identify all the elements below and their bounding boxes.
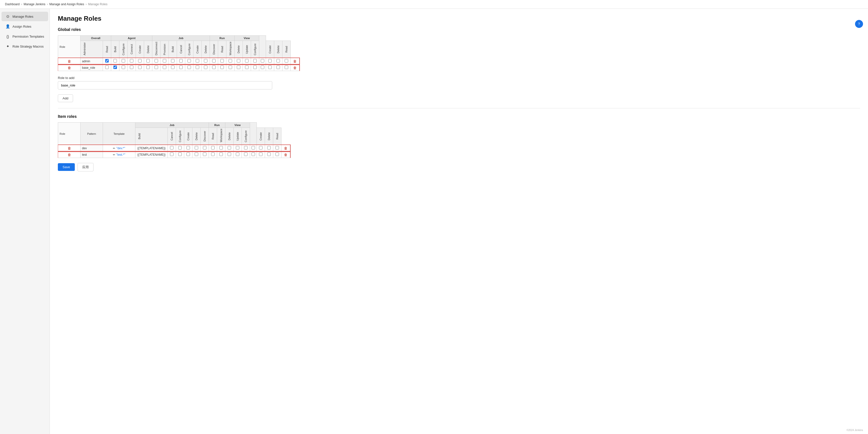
permission-checkbox[interactable] <box>196 66 199 69</box>
permission-checkbox[interactable] <box>253 59 257 63</box>
item-permission-checkbox[interactable] <box>195 153 198 156</box>
item-permission-cell <box>176 145 184 152</box>
permission-checkbox[interactable] <box>204 59 208 63</box>
item-delete-button-left[interactable]: 🗑 <box>67 146 72 150</box>
item-permission-checkbox[interactable] <box>244 146 248 149</box>
item-permission-checkbox[interactable] <box>267 153 271 156</box>
item-permission-checkbox[interactable] <box>259 146 262 149</box>
item-permission-checkbox[interactable] <box>267 146 271 149</box>
permission-checkbox[interactable] <box>276 59 280 63</box>
sidebar-item-assign-roles[interactable]: 👤 Assign Roles <box>1 22 48 31</box>
item-permission-checkbox[interactable] <box>211 146 215 149</box>
permission-checkbox[interactable] <box>105 66 109 69</box>
role-to-add-input[interactable] <box>58 81 272 90</box>
add-button[interactable]: Add <box>58 94 73 102</box>
sidebar-item-permission-templates[interactable]: {} Permission Templates <box>1 32 48 41</box>
item-permission-checkbox[interactable] <box>203 146 207 149</box>
permission-checkbox[interactable] <box>179 66 183 69</box>
permission-checkbox[interactable] <box>276 66 280 69</box>
permission-checkbox[interactable] <box>245 59 249 63</box>
item-permission-checkbox[interactable] <box>219 146 223 149</box>
permission-checkbox[interactable] <box>163 59 166 63</box>
item-permission-checkbox[interactable] <box>203 153 207 156</box>
permission-checkbox[interactable] <box>155 59 158 63</box>
item-permission-checkbox[interactable] <box>227 153 231 156</box>
permission-checkbox[interactable] <box>237 66 240 69</box>
permission-checkbox[interactable] <box>220 66 224 69</box>
breadcrumb-manage-jenkins[interactable]: Manage Jenkins <box>24 2 45 6</box>
global-roles-table-wrapper: Role Overall Agent Job Run View Administ… <box>58 35 860 71</box>
permission-checkbox[interactable] <box>268 66 272 69</box>
permission-checkbox[interactable] <box>163 66 166 69</box>
permission-checkbox[interactable] <box>130 59 133 63</box>
save-button[interactable]: Save <box>58 163 75 171</box>
permission-checkbox[interactable] <box>212 66 216 69</box>
permission-checkbox[interactable] <box>105 59 109 63</box>
item-permission-checkbox[interactable] <box>275 153 279 156</box>
delete-role-button-left[interactable]: 🗑 <box>67 59 72 63</box>
item-permission-checkbox[interactable] <box>236 146 239 149</box>
permission-checkbox[interactable] <box>138 66 142 69</box>
item-permission-checkbox[interactable] <box>227 146 231 149</box>
permission-checkbox[interactable] <box>114 59 117 63</box>
item-delete-button-right[interactable]: 🗑 <box>283 153 288 157</box>
pattern-link[interactable]: "dev.*" <box>116 146 125 150</box>
permission-checkbox[interactable] <box>130 66 133 69</box>
item-delete-button-right[interactable]: 🗑 <box>283 146 288 150</box>
permission-checkbox[interactable] <box>171 66 175 69</box>
delete-role-button-right[interactable]: 🗑 <box>292 66 298 70</box>
permission-checkbox[interactable] <box>146 66 150 69</box>
item-permission-checkbox[interactable] <box>178 153 182 156</box>
item-permission-checkbox[interactable] <box>195 146 198 149</box>
item-permission-checkbox[interactable] <box>219 153 223 156</box>
permission-checkbox[interactable] <box>268 59 272 63</box>
delete-role-button-right[interactable]: 🗑 <box>292 59 298 63</box>
item-permission-checkbox[interactable] <box>275 146 279 149</box>
permission-checkbox[interactable] <box>228 66 232 69</box>
permission-checkbox[interactable] <box>114 66 117 69</box>
sidebar-item-role-strategy-macros[interactable]: ✦ Role Strategy Macros <box>1 42 48 51</box>
item-permission-checkbox[interactable] <box>244 153 248 156</box>
permission-checkbox[interactable] <box>146 59 150 63</box>
permission-checkbox[interactable] <box>237 59 240 63</box>
pattern-link[interactable]: "test.*" <box>116 153 125 157</box>
apply-button[interactable]: 应用 <box>78 163 93 171</box>
permission-checkbox[interactable] <box>228 59 232 63</box>
permission-checkbox[interactable] <box>155 66 158 69</box>
permission-checkbox[interactable] <box>122 66 125 69</box>
permission-checkbox[interactable] <box>187 66 191 69</box>
item-permission-checkbox[interactable] <box>251 153 255 156</box>
item-permission-checkbox[interactable] <box>170 146 174 149</box>
permission-checkbox[interactable] <box>212 59 216 63</box>
corner-help-button[interactable]: ? <box>855 20 863 28</box>
breadcrumb-manage-assign-roles[interactable]: Manage and Assign Roles <box>49 2 84 6</box>
permission-checkbox[interactable] <box>261 66 264 69</box>
item-permission-checkbox[interactable] <box>211 153 215 156</box>
permission-checkbox[interactable] <box>179 59 183 63</box>
sidebar-item-manage-roles[interactable]: ⊙ Manage Roles <box>1 12 48 21</box>
item-permission-cell <box>192 145 201 152</box>
permission-checkbox[interactable] <box>220 59 224 63</box>
permission-checkbox[interactable] <box>261 59 264 63</box>
permission-checkbox[interactable] <box>196 59 199 63</box>
permission-checkbox[interactable] <box>285 66 288 69</box>
item-permission-checkbox[interactable] <box>251 146 255 149</box>
permission-checkbox[interactable] <box>187 59 191 63</box>
permission-checkbox[interactable] <box>245 66 249 69</box>
permission-checkbox[interactable] <box>122 59 125 63</box>
item-permission-checkbox[interactable] <box>170 153 174 156</box>
item-permission-cell <box>265 145 273 152</box>
permission-checkbox[interactable] <box>285 59 288 63</box>
item-permission-checkbox[interactable] <box>178 146 182 149</box>
item-permission-checkbox[interactable] <box>186 153 190 156</box>
permission-checkbox[interactable] <box>171 59 175 63</box>
permission-checkbox[interactable] <box>253 66 257 69</box>
item-permission-checkbox[interactable] <box>259 153 262 156</box>
item-permission-checkbox[interactable] <box>236 153 239 156</box>
delete-role-button-left[interactable]: 🗑 <box>67 66 72 70</box>
item-delete-button-left[interactable]: 🗑 <box>67 153 72 157</box>
permission-checkbox[interactable] <box>138 59 142 63</box>
permission-checkbox[interactable] <box>204 66 208 69</box>
item-permission-checkbox[interactable] <box>186 146 190 149</box>
breadcrumb-dashboard[interactable]: Dashboard <box>5 2 20 6</box>
